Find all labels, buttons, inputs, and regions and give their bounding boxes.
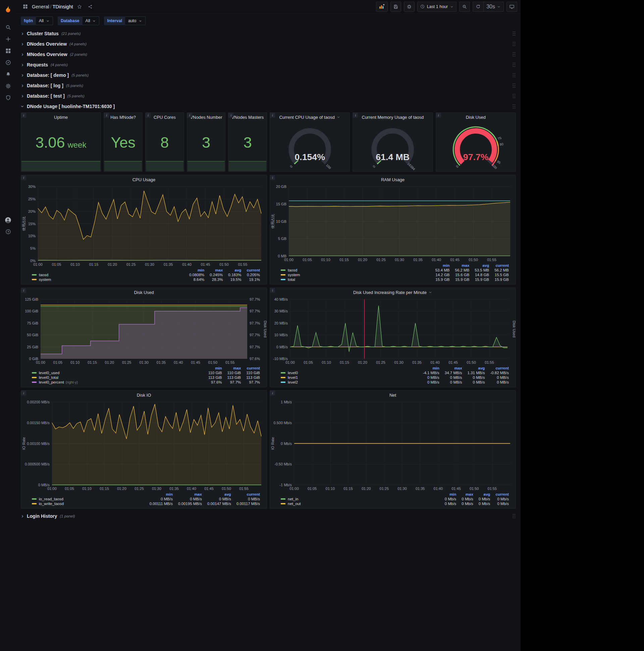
- panel-info-icon[interactable]: i: [270, 175, 275, 180]
- help-icon[interactable]: ?: [1, 226, 15, 238]
- row-drag-handle[interactable]: [513, 52, 516, 57]
- legend-col-current[interactable]: current: [489, 263, 509, 268]
- panel-header[interactable]: Disk Used: [436, 113, 516, 122]
- star-icon[interactable]: [75, 4, 84, 9]
- dashboard-settings-button[interactable]: [404, 2, 415, 12]
- panel-info-icon[interactable]: i: [21, 175, 26, 180]
- legend-col-current[interactable]: current: [231, 492, 260, 497]
- series-name[interactable]: io_read_taosd: [39, 497, 63, 501]
- legend-col-current[interactable]: current: [490, 492, 509, 497]
- create-icon[interactable]: [1, 33, 15, 45]
- legend-col-current[interactable]: current: [485, 366, 509, 370]
- chevron-down-icon[interactable]: [428, 290, 432, 294]
- legend-col-max[interactable]: max: [173, 492, 202, 497]
- legend-col-avg[interactable]: avg: [223, 268, 241, 273]
- row-drag-handle[interactable]: [513, 42, 516, 46]
- plot-area[interactable]: 01:0001:0501:1001:1501:2001:2501:3001:35…: [21, 184, 267, 268]
- row-title[interactable]: Database: [ log ]: [27, 83, 63, 88]
- chart-cpu-usage[interactable]: 01:0001:0501:1001:1501:2001:2501:3001:35…: [21, 184, 267, 268]
- panel-info-icon[interactable]: i: [146, 113, 151, 118]
- panel-info-icon[interactable]: i: [270, 391, 275, 396]
- panel-info-icon[interactable]: i: [270, 113, 275, 118]
- refresh-button[interactable]: [473, 2, 483, 11]
- series-name[interactable]: level0_percent: [39, 380, 64, 384]
- chart-disk-rate[interactable]: 01:0001:0501:1001:1501:2001:2501:3001:35…: [270, 297, 516, 366]
- legend-col-max[interactable]: max: [456, 492, 473, 497]
- legend-col-max[interactable]: max: [222, 366, 241, 370]
- row-drag-handle[interactable]: [513, 63, 516, 67]
- row-chevron-icon[interactable]: ›: [21, 83, 24, 88]
- legend-col-avg[interactable]: avg: [473, 492, 490, 497]
- row-chevron-icon[interactable]: ›: [21, 41, 24, 46]
- legend-col-max[interactable]: max: [450, 263, 470, 268]
- panel-info-icon[interactable]: i: [353, 113, 358, 118]
- row-title[interactable]: Login History: [27, 514, 57, 519]
- panel-title[interactable]: CPU Cores: [154, 115, 176, 120]
- grafana-logo-icon[interactable]: [1, 2, 15, 17]
- row-mnodes-overview[interactable]: ›MNodes Overview(2 panels): [21, 50, 516, 59]
- legend-col-max[interactable]: max: [440, 366, 462, 370]
- series-name[interactable]: net_in: [288, 497, 298, 501]
- row-cluster-status[interactable]: ›Cluster Status(21 panels): [21, 29, 516, 38]
- add-panel-button[interactable]: [376, 2, 388, 12]
- zoom-out-button[interactable]: [459, 2, 470, 12]
- row-drag-handle[interactable]: [513, 94, 516, 98]
- breadcrumb-dashboard[interactable]: TDinsight: [52, 4, 73, 9]
- panel-title[interactable]: VNodes Number: [190, 115, 222, 120]
- panel-title[interactable]: Net: [389, 393, 396, 398]
- variable-interval-value[interactable]: auto: [125, 17, 146, 25]
- row-title[interactable]: Database: [ demo ]: [27, 72, 69, 78]
- row-chevron-icon[interactable]: ›: [20, 105, 25, 108]
- row-chevron-icon[interactable]: ›: [21, 62, 24, 67]
- row-chevron-icon[interactable]: ›: [21, 514, 24, 519]
- row-drag-handle[interactable]: [513, 84, 516, 88]
- panel-header[interactable]: CPU Cores: [146, 113, 184, 122]
- panel-header[interactable]: CPU Usage: [21, 175, 267, 184]
- series-name[interactable]: system: [39, 278, 51, 282]
- series-name[interactable]: level0_total: [39, 375, 58, 379]
- panel-header[interactable]: Uptime: [21, 113, 101, 122]
- legend-col-min[interactable]: min: [430, 263, 450, 268]
- row-database-demo[interactable]: ›Database: [ demo ](5 panels): [21, 71, 516, 80]
- panel-title[interactable]: RAM Usage: [381, 177, 405, 182]
- row-dnode-usage-huolinhe-tm1701-6030[interactable]: ›DNode Usage [ huolinhe-TM1701:6030 ]: [21, 102, 516, 111]
- series-name[interactable]: taosd: [288, 268, 297, 272]
- panel-title[interactable]: Disk Used Increasing Rate per Minute: [353, 290, 427, 295]
- panel-title[interactable]: Uptime: [54, 115, 68, 120]
- panel-title[interactable]: Disk IO: [137, 393, 151, 398]
- panel-title[interactable]: Current CPU Usage of taosd: [279, 115, 334, 120]
- panel-header[interactable]: VNodes Number: [187, 113, 225, 122]
- panel-title[interactable]: Has MNode?: [110, 115, 136, 120]
- dashboards-icon[interactable]: [1, 45, 15, 57]
- series-name[interactable]: system: [288, 273, 300, 277]
- share-icon[interactable]: [86, 4, 95, 9]
- legend-col-avg[interactable]: avg: [462, 366, 485, 370]
- panel-header[interactable]: VNodes Masters: [228, 113, 267, 122]
- row-chevron-icon[interactable]: ›: [21, 31, 24, 36]
- panel-header[interactable]: Current Memory Usage of taosd: [353, 113, 432, 122]
- breadcrumb-folder[interactable]: General: [32, 4, 49, 9]
- panel-title[interactable]: VNodes Masters: [231, 115, 264, 120]
- legend-col-min[interactable]: min: [440, 492, 456, 497]
- panel-info-icon[interactable]: i: [228, 113, 233, 118]
- plot-area[interactable]: 01:0001:0501:1001:1501:2001:2501:3001:35…: [270, 297, 516, 366]
- row-database-test[interactable]: ›Database: [ test ](5 panels): [21, 92, 516, 100]
- panel-info-icon[interactable]: i: [21, 391, 26, 396]
- legend-col-min[interactable]: min: [184, 268, 204, 273]
- chart-ram-usage[interactable]: 01:0001:0501:1001:1501:2001:2501:3001:35…: [270, 184, 516, 263]
- panel-title[interactable]: Disk Used: [134, 290, 154, 295]
- series-name[interactable]: total: [288, 278, 295, 282]
- row-chevron-icon[interactable]: ›: [21, 93, 24, 99]
- row-drag-handle[interactable]: [513, 514, 516, 519]
- row-title[interactable]: DNodes Overview: [27, 41, 67, 46]
- panel-info-icon[interactable]: i: [104, 113, 109, 118]
- variable-fqdn-value[interactable]: All: [36, 17, 53, 25]
- panel-title[interactable]: Disk Used: [466, 115, 486, 120]
- panel-info-icon[interactable]: i: [270, 288, 275, 293]
- dashboard-grid-icon[interactable]: [21, 4, 30, 9]
- plot-area[interactable]: 01:0001:0501:1001:1501:2001:2501:3001:35…: [270, 399, 516, 492]
- row-drag-handle[interactable]: [513, 73, 516, 78]
- chart-net[interactable]: 01:0001:0501:1001:1501:2001:2501:3001:35…: [270, 399, 516, 492]
- row-requests[interactable]: ›Requests(4 panels): [21, 60, 516, 69]
- refresh-interval-select[interactable]: 30s: [484, 2, 504, 11]
